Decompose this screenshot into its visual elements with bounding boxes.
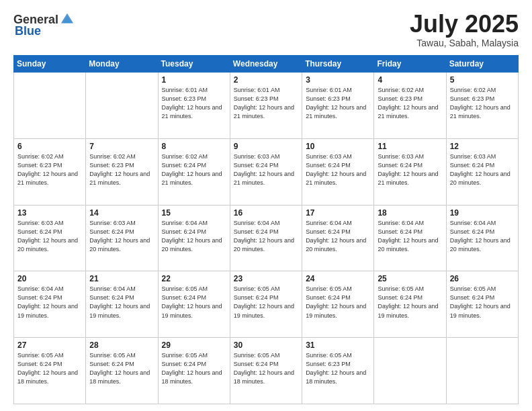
weekday-header: Tuesday [158, 56, 230, 73]
day-number: 13 [17, 208, 83, 218]
month-year-title: July 2025 [410, 12, 519, 36]
day-number: 29 [162, 340, 227, 350]
calendar-cell: 27Sunrise: 6:05 AM Sunset: 6:24 PM Dayli… [14, 338, 86, 404]
calendar-cell: 22Sunrise: 6:05 AM Sunset: 6:24 PM Dayli… [158, 271, 230, 338]
day-number: 5 [450, 75, 515, 85]
day-number: 25 [378, 274, 443, 283]
day-number: 7 [89, 142, 154, 151]
calendar-cell: 25Sunrise: 6:05 AM Sunset: 6:24 PM Dayli… [374, 271, 446, 338]
day-number: 8 [162, 142, 227, 151]
day-number: 15 [162, 208, 227, 218]
day-number: 9 [234, 142, 299, 151]
day-info: Sunrise: 6:01 AM Sunset: 6:23 PM Dayligh… [162, 86, 227, 121]
title-block: July 2025 Tawau, Sabah, Malaysia [410, 12, 519, 48]
day-number: 17 [306, 208, 371, 218]
weekday-header: Thursday [302, 56, 374, 73]
day-number: 3 [306, 75, 371, 85]
weekday-header: Saturday [446, 56, 518, 73]
day-number: 16 [234, 208, 299, 218]
logo: General Blue [13, 12, 76, 38]
day-number: 30 [234, 340, 299, 350]
calendar-cell: 17Sunrise: 6:04 AM Sunset: 6:24 PM Dayli… [302, 205, 374, 271]
day-info: Sunrise: 6:04 AM Sunset: 6:24 PM Dayligh… [162, 219, 227, 254]
day-info: Sunrise: 6:02 AM Sunset: 6:23 PM Dayligh… [89, 152, 154, 187]
day-info: Sunrise: 6:03 AM Sunset: 6:24 PM Dayligh… [378, 152, 443, 187]
calendar-cell [446, 338, 518, 404]
calendar-week-row: 6Sunrise: 6:02 AM Sunset: 6:23 PM Daylig… [14, 138, 519, 205]
day-info: Sunrise: 6:05 AM Sunset: 6:24 PM Dayligh… [450, 285, 515, 320]
day-number: 23 [234, 274, 299, 283]
day-number: 20 [17, 274, 83, 283]
calendar-cell: 6Sunrise: 6:02 AM Sunset: 6:23 PM Daylig… [14, 138, 86, 205]
page: General Blue July 2025 Tawau, Sabah, Mal… [0, 0, 532, 411]
calendar-cell: 16Sunrise: 6:04 AM Sunset: 6:24 PM Dayli… [230, 205, 302, 271]
day-info: Sunrise: 6:05 AM Sunset: 6:24 PM Dayligh… [162, 285, 227, 320]
calendar-cell: 23Sunrise: 6:05 AM Sunset: 6:24 PM Dayli… [230, 271, 302, 338]
calendar-cell: 19Sunrise: 6:04 AM Sunset: 6:24 PM Dayli… [446, 205, 518, 271]
calendar-week-row: 13Sunrise: 6:03 AM Sunset: 6:24 PM Dayli… [14, 205, 519, 271]
day-info: Sunrise: 6:03 AM Sunset: 6:24 PM Dayligh… [306, 152, 371, 187]
weekday-header: Wednesday [230, 56, 302, 73]
day-info: Sunrise: 6:05 AM Sunset: 6:24 PM Dayligh… [89, 351, 154, 386]
calendar-cell: 30Sunrise: 6:05 AM Sunset: 6:24 PM Dayli… [230, 338, 302, 404]
weekday-header-row: SundayMondayTuesdayWednesdayThursdayFrid… [14, 56, 519, 73]
day-number: 19 [450, 208, 515, 218]
day-info: Sunrise: 6:05 AM Sunset: 6:24 PM Dayligh… [162, 351, 227, 386]
calendar-cell [86, 73, 158, 139]
calendar-cell: 12Sunrise: 6:03 AM Sunset: 6:24 PM Dayli… [446, 138, 518, 205]
day-info: Sunrise: 6:05 AM Sunset: 6:24 PM Dayligh… [306, 285, 371, 320]
day-info: Sunrise: 6:05 AM Sunset: 6:23 PM Dayligh… [306, 351, 371, 386]
calendar-cell: 8Sunrise: 6:02 AM Sunset: 6:24 PM Daylig… [158, 138, 230, 205]
calendar-cell: 9Sunrise: 6:03 AM Sunset: 6:24 PM Daylig… [230, 138, 302, 205]
day-number: 6 [17, 142, 83, 151]
day-info: Sunrise: 6:03 AM Sunset: 6:24 PM Dayligh… [89, 219, 154, 254]
day-info: Sunrise: 6:02 AM Sunset: 6:23 PM Dayligh… [450, 86, 515, 121]
day-number: 26 [450, 274, 515, 283]
calendar-week-row: 20Sunrise: 6:04 AM Sunset: 6:24 PM Dayli… [14, 271, 519, 338]
day-info: Sunrise: 6:04 AM Sunset: 6:24 PM Dayligh… [306, 219, 371, 254]
calendar-cell: 20Sunrise: 6:04 AM Sunset: 6:24 PM Dayli… [14, 271, 86, 338]
calendar-cell: 15Sunrise: 6:04 AM Sunset: 6:24 PM Dayli… [158, 205, 230, 271]
calendar-cell [374, 338, 446, 404]
calendar-cell: 4Sunrise: 6:02 AM Sunset: 6:23 PM Daylig… [374, 73, 446, 139]
weekday-header: Monday [86, 56, 158, 73]
day-info: Sunrise: 6:05 AM Sunset: 6:24 PM Dayligh… [17, 351, 83, 386]
calendar-cell: 26Sunrise: 6:05 AM Sunset: 6:24 PM Dayli… [446, 271, 518, 338]
calendar-cell: 24Sunrise: 6:05 AM Sunset: 6:24 PM Dayli… [302, 271, 374, 338]
day-number: 1 [162, 75, 227, 85]
calendar-cell: 10Sunrise: 6:03 AM Sunset: 6:24 PM Dayli… [302, 138, 374, 205]
calendar-cell [14, 73, 86, 139]
day-info: Sunrise: 6:05 AM Sunset: 6:24 PM Dayligh… [378, 285, 443, 320]
day-info: Sunrise: 6:02 AM Sunset: 6:24 PM Dayligh… [162, 152, 227, 187]
calendar-week-row: 1Sunrise: 6:01 AM Sunset: 6:23 PM Daylig… [14, 73, 519, 139]
day-number: 21 [89, 274, 154, 283]
calendar-table: SundayMondayTuesdayWednesdayThursdayFrid… [13, 55, 519, 404]
day-number: 24 [306, 274, 371, 283]
day-number: 4 [378, 75, 443, 85]
day-number: 27 [17, 340, 83, 350]
calendar-cell: 11Sunrise: 6:03 AM Sunset: 6:24 PM Dayli… [374, 138, 446, 205]
day-number: 18 [378, 208, 443, 218]
day-info: Sunrise: 6:02 AM Sunset: 6:23 PM Dayligh… [378, 86, 443, 121]
calendar-cell: 18Sunrise: 6:04 AM Sunset: 6:24 PM Dayli… [374, 205, 446, 271]
calendar-cell: 5Sunrise: 6:02 AM Sunset: 6:23 PM Daylig… [446, 73, 518, 139]
day-info: Sunrise: 6:04 AM Sunset: 6:24 PM Dayligh… [450, 219, 515, 254]
calendar-cell: 14Sunrise: 6:03 AM Sunset: 6:24 PM Dayli… [86, 205, 158, 271]
day-number: 10 [306, 142, 371, 151]
day-info: Sunrise: 6:01 AM Sunset: 6:23 PM Dayligh… [234, 86, 299, 121]
day-number: 2 [234, 75, 299, 85]
day-info: Sunrise: 6:03 AM Sunset: 6:24 PM Dayligh… [234, 152, 299, 187]
logo-blue-text: Blue [15, 24, 41, 38]
calendar-cell: 13Sunrise: 6:03 AM Sunset: 6:24 PM Dayli… [14, 205, 86, 271]
day-number: 12 [450, 142, 515, 151]
day-info: Sunrise: 6:01 AM Sunset: 6:23 PM Dayligh… [306, 86, 371, 121]
day-info: Sunrise: 6:03 AM Sunset: 6:24 PM Dayligh… [450, 152, 515, 187]
day-info: Sunrise: 6:05 AM Sunset: 6:24 PM Dayligh… [234, 285, 299, 320]
location-subtitle: Tawau, Sabah, Malaysia [410, 38, 519, 48]
day-number: 31 [306, 340, 371, 350]
day-number: 28 [89, 340, 154, 350]
day-info: Sunrise: 6:05 AM Sunset: 6:24 PM Dayligh… [234, 351, 299, 386]
day-info: Sunrise: 6:03 AM Sunset: 6:24 PM Dayligh… [17, 219, 83, 254]
day-info: Sunrise: 6:04 AM Sunset: 6:24 PM Dayligh… [378, 219, 443, 254]
weekday-header: Friday [374, 56, 446, 73]
